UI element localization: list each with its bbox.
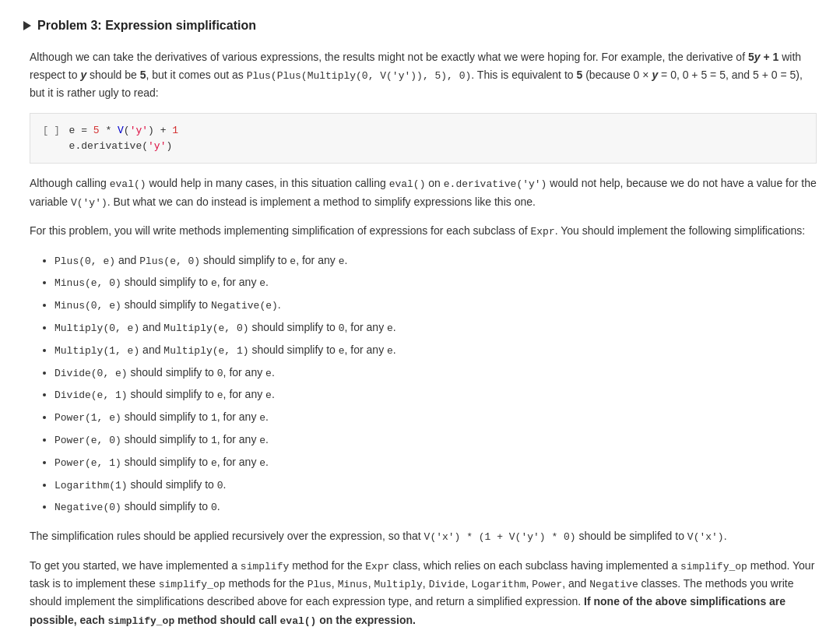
bullet-7: Divide(e, 1) should simplify to e, for a… [54, 386, 817, 404]
bullet-4: Multiply(0, e) and Multiply(e, 0) should… [54, 319, 817, 337]
problem-container: Problem 3: Expression simplification Alt… [23, 16, 817, 634]
code-content: e = 5 * V('y') + 1 e.derivative('y') [69, 123, 803, 153]
bullet-11: Logarithm(1) should simplify to 0. [54, 476, 817, 495]
bullet-12: Negative(0) should simplify to 0. [54, 498, 817, 516]
bullet-2: Minus(e, 0) should simplify to e, for an… [54, 273, 817, 292]
recursive-paragraph: The simplification rules should be appli… [30, 527, 817, 545]
code-line-2: e.derivative('y') [69, 139, 803, 154]
bullet-8: Power(1, e) should simplify to 1, for an… [54, 408, 817, 427]
bullet-1: Plus(0, e) and Plus(e, 0) should simplif… [54, 252, 817, 270]
intro-text-1: Although we can take the derivatives of … [30, 51, 803, 100]
code-line-1: e = 5 * V('y') + 1 [69, 123, 803, 139]
problem-title: Problem 3: Expression simplification [37, 16, 256, 36]
problem-content: Although we can take the derivatives of … [23, 48, 817, 634]
intro-paragraph: Although we can take the derivatives of … [30, 48, 817, 103]
bullet-5: Multiply(1, e) and Multiply(e, 1) should… [54, 341, 817, 360]
paragraph-2: Although calling eval() would help in ma… [30, 174, 817, 211]
cell-marker: [ ] [43, 123, 60, 153]
bullet-9: Power(e, 0) should simplify to 1, for an… [54, 431, 817, 449]
simplification-list: Plus(0, e) and Plus(e, 0) should simplif… [30, 252, 817, 517]
bullet-6: Divide(0, e) should simplify to 0, for a… [54, 364, 817, 382]
bullet-3: Minus(0, e) should simplify to Negative(… [54, 296, 817, 315]
bullet-10: Power(e, 1) should simplify to e, for an… [54, 453, 817, 472]
collapse-triangle[interactable] [23, 21, 31, 30]
code-cell: [ ] e = 5 * V('y') + 1 e.derivative('y') [30, 113, 817, 164]
getstarted-paragraph: To get you started, we have implemented … [30, 557, 817, 629]
problem-header: Problem 3: Expression simplification [23, 16, 817, 36]
paragraph-3: For this problem, you will write methods… [30, 222, 817, 240]
